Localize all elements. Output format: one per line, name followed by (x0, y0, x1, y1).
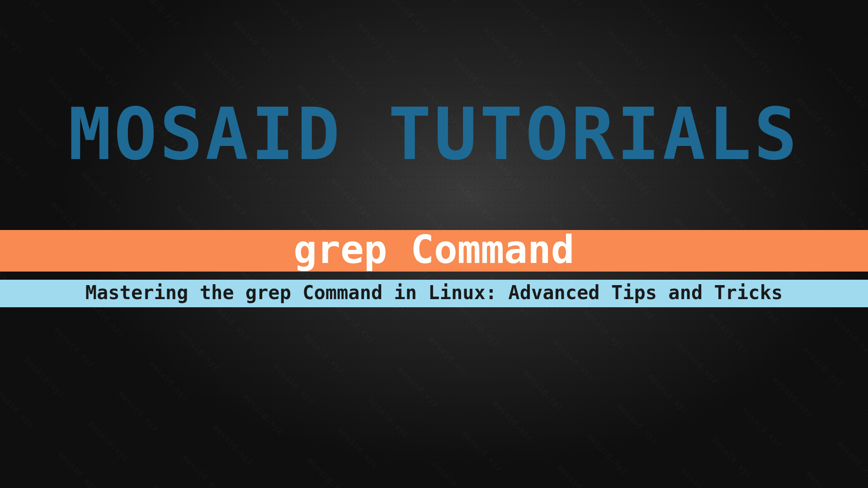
topic-banner: grep Command (0, 230, 868, 272)
subtitle-banner: Mastering the grep Command in Linux: Adv… (0, 280, 868, 307)
brand-title: MOSAID TUTORIALS (68, 93, 800, 176)
thumbnail-card: MOSAID TUTORIALS grep Command Mastering … (0, 0, 868, 488)
